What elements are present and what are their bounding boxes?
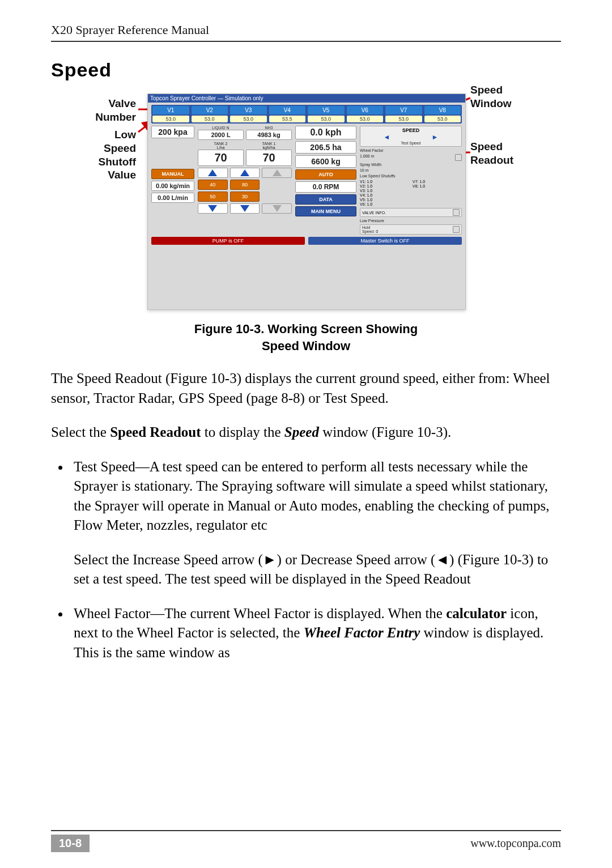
para-1: The Speed Readout (Figure 10-3) displays… — [51, 369, 561, 408]
shutoff-v7: V7: 1.0 — [413, 180, 462, 184]
shutoff-v1: V1: 1.0 — [360, 180, 409, 184]
valve-value: 53.0 — [308, 116, 345, 122]
footer-url: www.topconpa.com — [470, 837, 561, 850]
bullet2-bold: calculator — [446, 606, 507, 621]
figure-caption: Figure 10-3. Working Screen Showing Spee… — [51, 321, 561, 354]
valve-v5[interactable]: V5 — [308, 106, 345, 114]
arrow-down-icon[interactable] — [198, 203, 228, 214]
speed0-label: Speed: 0 — [362, 229, 378, 233]
section-title: Speed — [51, 59, 561, 81]
shutoff-v8: V8: 1.0 — [413, 184, 462, 188]
para-2: Select the Speed Readout to display the … — [51, 423, 561, 442]
valve-value: 53.0 — [152, 116, 189, 122]
valve-v7[interactable]: V7 — [385, 106, 422, 114]
valve-v8[interactable]: V8 — [424, 106, 461, 114]
data-button[interactable]: DATA — [295, 194, 356, 205]
page-footer: 10-8 www.topconpa.com — [51, 830, 561, 852]
bullet-list: Test Speed—A test speed can be entered t… — [70, 457, 561, 663]
arrow-down-disabled-icon — [262, 203, 292, 214]
calculator-icon[interactable] — [453, 209, 460, 216]
shutoff-blank — [413, 193, 462, 197]
callout-low-speed-shutoff: Low Speed Shutoff Value — [68, 128, 136, 182]
spray-width-value: 16 m — [360, 168, 462, 172]
preset-40[interactable]: 40 — [198, 180, 228, 190]
page-number: 10-8 — [51, 835, 90, 852]
manual-button[interactable]: MANUAL — [151, 169, 194, 179]
valve-v6[interactable]: V6 — [347, 106, 384, 114]
arrow-down-icon[interactable] — [230, 203, 260, 214]
shutoff-v2: V2: 1.0 — [360, 184, 409, 188]
decrease-speed-arrow-icon[interactable]: ◄ — [384, 133, 390, 141]
shutoff-v6: V6: 1.0 — [360, 202, 409, 206]
rate-l-min: 0.00 L/min — [151, 193, 194, 203]
auto-button[interactable]: AUTO — [295, 169, 356, 180]
center-top-label-1: LIQUID N — [198, 126, 244, 130]
wheel-factor-value: 1.000 m — [360, 154, 374, 161]
tank2-label: TANK 2 L/ha — [198, 142, 244, 150]
shutoff-v5: V5: 1.0 — [360, 198, 409, 202]
figure-caption-line2: Speed Window — [262, 339, 350, 353]
arrow-up-icon[interactable] — [230, 168, 260, 178]
center-top-label-2: NH3 — [246, 126, 292, 130]
sprayer-controller-screen: Topcon Sprayer Controller — Simulation o… — [147, 93, 466, 310]
preset-30[interactable]: 30 — [230, 192, 260, 202]
pump-status: PUMP is OFF — [151, 237, 305, 245]
preset-80[interactable]: 80 — [230, 180, 260, 190]
bullet-wheel-factor: Wheel Factor—The current Wheel Factor is… — [70, 604, 561, 663]
hold-label: Hold — [362, 225, 378, 229]
callout-valve-number: Valve Number — [68, 97, 136, 124]
speed-readout[interactable]: 0.0 kph — [295, 126, 356, 139]
bullet1-sub: Select the Increase Speed arrow (►) or D… — [74, 550, 561, 589]
low-speed-shutoffs-label: Low Speed Shutoffs — [360, 174, 462, 178]
weight-readout[interactable]: 6600 kg — [295, 155, 356, 168]
arrow-up-icon[interactable] — [198, 168, 228, 178]
speed-panel-header: SPEED — [363, 127, 459, 133]
para2-italic: Speed — [284, 424, 319, 440]
window-titlebar: Topcon Sprayer Controller — Simulation o… — [148, 94, 465, 103]
valve-value-row: 53.0 53.0 53.0 53.5 53.0 53.0 53.0 53.0 — [151, 116, 462, 124]
figure-caption-line1: Figure 10-3. Working Screen Showing — [194, 322, 418, 336]
valve-value: 53.0 — [385, 116, 422, 122]
para2-pre: Select the — [51, 424, 110, 440]
valve-info-label[interactable]: VALVE INFO. — [362, 211, 386, 215]
shutoff-v3: V3: 1.0 — [360, 189, 409, 193]
valve-value: 53.0 — [230, 116, 267, 122]
increase-speed-arrow-icon[interactable]: ► — [432, 133, 439, 141]
test-speed-label: Test Speed — [363, 141, 459, 145]
header-rule — [51, 41, 561, 42]
shutoff-blank — [413, 189, 462, 193]
valve-v2[interactable]: V2 — [192, 106, 228, 114]
master-switch-status: Master Switch is OFF — [308, 237, 462, 245]
valve-v1[interactable]: V1 — [152, 106, 189, 114]
para2-post: window (Figure 10-3). — [319, 424, 451, 440]
low-pressure-label: Low Pressure — [360, 219, 462, 223]
wheel-factor-label: Wheel Factor — [360, 148, 462, 152]
calculator-icon[interactable] — [453, 226, 460, 233]
valve-value: 53.5 — [269, 116, 306, 122]
bullet2-italic: Wheel Factor Entry — [304, 625, 420, 640]
tank-nh3: 4983 kg — [246, 130, 292, 140]
calculator-icon[interactable] — [455, 154, 462, 161]
valve-v3[interactable]: V3 — [230, 106, 267, 114]
speed-panel: SPEED ◄ ► Test Speed — [360, 126, 462, 147]
valve-v4[interactable]: V4 — [269, 106, 306, 114]
callout-speed-window: Speed Window — [470, 83, 512, 110]
running-head: X20 Sprayer Reference Manual — [51, 23, 561, 37]
shutoff-blank — [413, 198, 462, 202]
valve-value: 53.0 — [192, 116, 228, 122]
para2-mid: to display the — [201, 424, 284, 440]
arrow-up-disabled-icon — [262, 168, 292, 178]
valve-value: 53.0 — [347, 116, 384, 122]
spray-width-label: Spray Width — [360, 163, 462, 167]
pressure-readout: 200 kpa — [151, 126, 194, 138]
valve-value: 53.0 — [424, 116, 461, 122]
area-readout[interactable]: 206.5 ha — [295, 141, 356, 154]
valve-row: V1 V2 V3 V4 V5 V6 V7 V8 — [151, 105, 462, 116]
main-menu-button[interactable]: MAIN MENU — [295, 206, 356, 216]
preset-50[interactable]: 50 — [198, 192, 228, 202]
tank1-rate[interactable]: 70 — [246, 150, 292, 166]
tank1-label: TANK 1 kgN/ha — [246, 142, 292, 150]
para2-bold: Speed Readout — [110, 424, 201, 440]
callout-speed-readout: Speed Readout — [470, 140, 513, 167]
tank2-rate[interactable]: 70 — [198, 150, 244, 166]
